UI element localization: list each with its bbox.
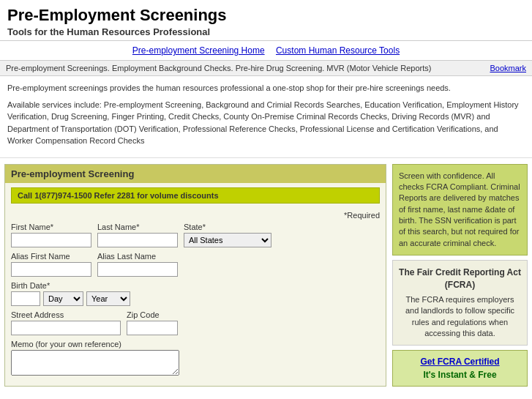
form-body: *Required First Name* Last Name* State* … bbox=[5, 208, 386, 386]
site-header: Pre-Employment Screenings Tools for the … bbox=[0, 0, 532, 41]
birth-date-row: Birth Date* Day Year bbox=[11, 281, 380, 306]
birth-date-group: Birth Date* Day Year bbox=[11, 281, 130, 306]
description-para1: Pre-employment screenings provides the h… bbox=[7, 82, 525, 94]
last-name-label: Last Name* bbox=[97, 223, 178, 231]
fcra-info-box: Screen with confidence. All checks FCRA … bbox=[392, 164, 528, 256]
alias-last-input[interactable] bbox=[97, 262, 178, 277]
memo-group: Memo (for your own reference) bbox=[11, 340, 179, 376]
state-select[interactable]: All States bbox=[184, 233, 271, 247]
bookmark-link[interactable]: Bookmark bbox=[490, 64, 526, 72]
address-row: Street Address Zip Code bbox=[11, 310, 380, 335]
alias-first-label: Alias First Name bbox=[11, 252, 91, 261]
home-link[interactable]: Pre-employment Screening Home bbox=[132, 45, 265, 56]
form-panel: Pre-employment Screening Call 1(877)974-… bbox=[4, 164, 386, 387]
site-subtitle: Tools for the Human Resources Profession… bbox=[7, 26, 525, 37]
state-group: State* All States bbox=[184, 223, 271, 247]
custom-tools-link[interactable]: Custom Human Resource Tools bbox=[276, 45, 400, 56]
address-group: Street Address bbox=[11, 310, 121, 335]
memo-textarea[interactable] bbox=[11, 350, 179, 376]
memo-row: Memo (for your own reference) bbox=[11, 340, 380, 376]
zip-group: Zip Code bbox=[127, 310, 178, 335]
alias-last-label: Alias Last Name bbox=[97, 252, 178, 261]
required-note: *Required bbox=[11, 211, 380, 220]
fcra-act-title: The Fair Credit Reporting Act (FCRA) bbox=[399, 266, 521, 291]
address-input[interactable] bbox=[11, 321, 121, 335]
breadcrumb-text: Pre-employment Screenings. Employment Ba… bbox=[6, 64, 431, 72]
memo-label: Memo (for your own reference) bbox=[11, 340, 179, 348]
fcra-act-text: The FCRA requires employers and landlord… bbox=[399, 294, 521, 340]
zip-label: Zip Code bbox=[127, 310, 178, 319]
state-label: State* bbox=[184, 223, 271, 231]
first-name-group: First Name* bbox=[11, 223, 91, 247]
zip-input[interactable] bbox=[127, 321, 178, 335]
alias-first-input[interactable] bbox=[11, 262, 91, 277]
fcra-certified-box: Get FCRA Certified It's Instant & Free bbox=[392, 350, 528, 387]
alias-first-group: Alias First Name bbox=[11, 252, 91, 277]
site-title: Pre-Employment Screenings bbox=[7, 6, 525, 25]
birth-month-input[interactable] bbox=[11, 291, 40, 306]
nav-links: Pre-employment Screening Home Custom Hum… bbox=[0, 41, 532, 60]
form-panel-header: Pre-employment Screening bbox=[5, 165, 386, 183]
birth-date-label: Birth Date* bbox=[11, 281, 130, 290]
last-name-input[interactable] bbox=[97, 233, 178, 247]
form-promo: Call 1(877)974-1500 Refer 2281 for volum… bbox=[11, 187, 380, 204]
alias-row: Alias First Name Alias Last Name bbox=[11, 252, 380, 277]
alias-last-group: Alias Last Name bbox=[97, 252, 178, 277]
description-section: Pre-employment screenings provides the h… bbox=[0, 76, 532, 158]
last-name-group: Last Name* bbox=[97, 223, 178, 247]
fcra-certified-link1[interactable]: Get FCRA Certified bbox=[420, 357, 499, 367]
birth-year-select[interactable]: Year bbox=[86, 291, 130, 306]
description-para2: Available services include: Pre-employme… bbox=[7, 99, 525, 147]
address-label: Street Address bbox=[11, 310, 121, 319]
fcra-certified-text2: It's Instant & Free bbox=[423, 370, 496, 380]
fcra-act-box: The Fair Credit Reporting Act (FCRA) The… bbox=[392, 260, 528, 346]
right-panel: Screen with confidence. All checks FCRA … bbox=[392, 164, 528, 387]
breadcrumb-bar: Pre-employment Screenings. Employment Ba… bbox=[0, 60, 532, 76]
main-content: Pre-employment Screening Call 1(877)974-… bbox=[0, 158, 532, 393]
first-name-label: First Name* bbox=[11, 223, 91, 231]
birth-day-select[interactable]: Day bbox=[43, 291, 83, 306]
name-state-row: First Name* Last Name* State* All States bbox=[11, 223, 380, 247]
first-name-input[interactable] bbox=[11, 233, 91, 247]
